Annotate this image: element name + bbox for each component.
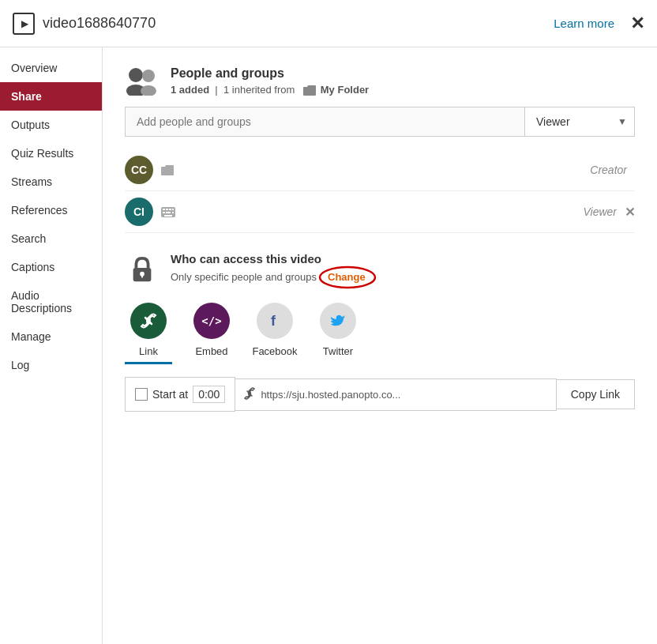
avatar-cc: CC [125, 156, 153, 184]
url-text: https://sju.hosted.panopto.co... [261, 389, 400, 401]
start-at-time: 0:00 [193, 386, 225, 403]
folder-icon [303, 85, 316, 96]
user-role-ci: Viewer [583, 205, 617, 218]
copy-link-button[interactable]: Copy Link [557, 379, 635, 409]
svg-rect-6 [166, 209, 168, 210]
tab-twitter-label: Twitter [323, 345, 353, 357]
embed-tab-icon: </> [193, 303, 230, 339]
tab-link[interactable]: Link [125, 303, 172, 364]
link-tab-icon [130, 303, 167, 339]
svg-rect-12 [164, 215, 172, 217]
start-at-checkbox[interactable] [135, 388, 148, 401]
url-link-icon [243, 387, 256, 402]
tab-embed-label: Embed [195, 345, 227, 357]
people-groups-section: People and groups 1 added | 1 inherited … [125, 66, 635, 96]
main-content: People and groups 1 added | 1 inherited … [103, 47, 657, 644]
svg-rect-5 [163, 209, 165, 210]
access-title: Who can access this video [171, 252, 372, 266]
sidebar-item-search[interactable]: Search [0, 224, 102, 253]
tab-facebook[interactable]: f Facebook [251, 303, 298, 364]
svg-rect-11 [172, 212, 174, 213]
tab-facebook-label: Facebook [252, 345, 297, 357]
access-desc-text: Only specific people and groups [171, 271, 317, 283]
page-title: video1688640770 [43, 15, 554, 32]
app-layout: Overview Share Outputs Quiz Results Stre… [0, 47, 657, 644]
facebook-tab-icon: f [257, 303, 293, 339]
close-button[interactable]: ✕ [630, 13, 644, 34]
viewer-select-wrapper: Viewer Creator Editor ▼ [524, 107, 635, 137]
sidebar-item-quiz-results[interactable]: Quiz Results [0, 139, 102, 168]
avatar-ci: CI [125, 198, 153, 226]
people-groups-icon [125, 67, 160, 96]
user-row-viewer: CI Viewer ✕ [125, 191, 635, 233]
people-groups-title-block: People and groups 1 added | 1 inherited … [171, 66, 369, 96]
svg-point-16 [320, 267, 375, 288]
people-groups-title: People and groups [171, 66, 369, 81]
remove-user-ci-button[interactable]: ✕ [625, 205, 635, 220]
svg-text:f: f [271, 313, 276, 329]
url-row: Start at 0:00 https://sju.hosted.panopto… [125, 377, 635, 412]
added-count: 1 added [171, 84, 209, 96]
sidebar-item-audio-descriptions[interactable]: Audio Descriptions [0, 281, 102, 322]
svg-point-0 [129, 68, 143, 82]
inherited-text: 1 inherited from [223, 84, 295, 96]
sidebar-item-streams[interactable]: Streams [0, 168, 102, 196]
tab-embed[interactable]: </> Embed [188, 303, 235, 364]
user-row-creator: CC Creator [125, 149, 635, 191]
svg-rect-7 [169, 209, 171, 210]
subtitle-separator: | [215, 84, 217, 96]
user-role-cc: Creator [590, 164, 627, 176]
sidebar-item-overview[interactable]: Overview [0, 54, 102, 82]
change-circle-highlight [318, 266, 377, 289]
svg-rect-15 [141, 274, 143, 278]
sidebar-item-outputs[interactable]: Outputs [0, 111, 102, 139]
lock-icon-wrapper [125, 252, 160, 287]
play-icon: ▶ [13, 13, 35, 35]
twitter-tab-icon [320, 303, 356, 339]
sidebar: Overview Share Outputs Quiz Results Stre… [0, 47, 103, 644]
svg-point-2 [142, 70, 155, 82]
lock-icon [130, 255, 155, 284]
header: ▶ video1688640770 Learn more ✕ [0, 0, 657, 47]
sidebar-item-captions[interactable]: Captions [0, 253, 102, 281]
tab-link-label: Link [139, 345, 158, 357]
url-field-wrapper: https://sju.hosted.panopto.co... [235, 378, 556, 411]
share-tabs: Link </> Embed f Facebook [125, 303, 635, 364]
folder-icon-cc [161, 165, 174, 175]
access-section: Who can access this video Only specific … [125, 252, 635, 412]
sidebar-item-share[interactable]: Share [0, 82, 102, 111]
svg-rect-9 [163, 212, 165, 213]
access-description: Only specific people and groups Change [171, 269, 372, 285]
sidebar-item-references[interactable]: References [0, 196, 102, 224]
learn-more-link[interactable]: Learn more [554, 17, 614, 30]
svg-rect-8 [172, 209, 174, 210]
add-people-row: Viewer Creator Editor ▼ [125, 107, 635, 137]
tab-twitter[interactable]: Twitter [314, 303, 362, 364]
access-header: Who can access this video Only specific … [125, 252, 635, 287]
sidebar-item-log[interactable]: Log [0, 351, 102, 379]
sidebar-item-manage[interactable]: Manage [0, 322, 102, 351]
add-people-input[interactable] [125, 107, 524, 137]
start-at-section: Start at 0:00 [125, 377, 235, 412]
start-at-label: Start at [152, 388, 188, 401]
access-text: Who can access this video Only specific … [171, 252, 372, 285]
viewer-select[interactable]: Viewer Creator Editor [524, 107, 635, 137]
keyboard-icon-ci [161, 207, 175, 217]
svg-rect-10 [166, 212, 171, 213]
people-groups-subtitle: 1 added | 1 inherited from My Folder [171, 84, 369, 96]
folder-name: My Folder [321, 84, 369, 96]
